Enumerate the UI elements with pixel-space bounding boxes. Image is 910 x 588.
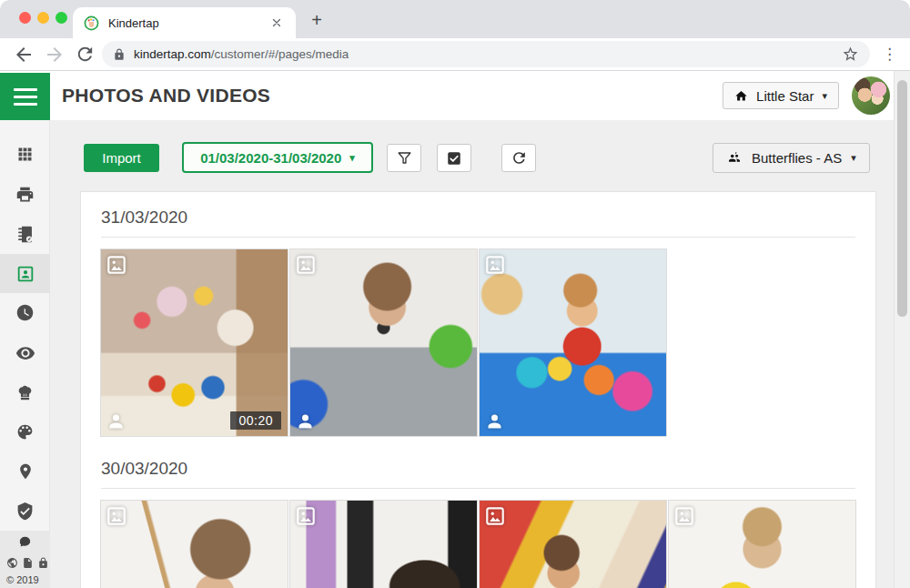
bookmark-star-icon[interactable]	[842, 46, 859, 63]
globe-icon[interactable]	[6, 557, 18, 569]
tagged-child-icon	[485, 411, 504, 431]
checkbox-icon	[446, 150, 462, 167]
new-tab-button[interactable]: +	[306, 9, 328, 31]
eye-icon	[15, 343, 35, 363]
section-divider	[101, 237, 855, 238]
chevron-down-icon: ▾	[822, 90, 827, 102]
scrollbar-thumb[interactable]	[897, 80, 907, 317]
browser-window: Kindertap + kindertap.com/customer/#/pag…	[0, 0, 910, 588]
group-selector-button[interactable]: Butterflies - AS ▾	[713, 143, 870, 173]
url-bar[interactable]: kindertap.com/customer/#/pages/media	[102, 41, 870, 67]
section-divider	[101, 488, 855, 489]
media-type-icon	[485, 255, 505, 275]
sidebar-item-media[interactable]	[0, 254, 50, 293]
sidebar-item-security[interactable]	[0, 492, 50, 531]
url-domain: kindertap.com	[134, 47, 211, 61]
browser-menu-icon[interactable]: ⋮	[882, 45, 897, 65]
map-pin-icon	[16, 462, 35, 481]
sidebar-footer: © 2019	[0, 531, 50, 588]
photo-thumbnail[interactable]	[290, 501, 477, 588]
lock-padlock-icon[interactable]	[37, 557, 49, 569]
photo-thumbnail[interactable]	[480, 249, 666, 436]
chat-bubble-icon[interactable]	[17, 534, 33, 550]
browser-tab-bar: Kindertap +	[0, 0, 910, 38]
date-range-label: 01/03/2020-31/03/2020	[200, 150, 341, 166]
video-duration-badge: 00:20	[230, 411, 281, 430]
photo-thumbnail[interactable]: 00:20	[101, 249, 288, 436]
tagged-child-icon	[296, 411, 315, 431]
chef-hat-icon	[15, 383, 35, 402]
section-date-heading: 30/03/2020	[101, 458, 855, 480]
sidebar-item-observations[interactable]	[0, 333, 50, 372]
section-date-heading: 31/03/2020	[101, 207, 855, 228]
chevron-down-icon: ▾	[349, 152, 355, 164]
close-window-button[interactable]	[19, 12, 31, 24]
site-selector-button[interactable]: Little Star ▾	[723, 82, 839, 109]
import-button[interactable]: Import	[84, 144, 159, 172]
app-area: PHOTOS AND VIDEOS Little Star ▾	[0, 71, 910, 588]
sidebar-item-location[interactable]	[0, 451, 50, 491]
sidebar-item-apps[interactable]	[0, 135, 50, 174]
media-date-section: 30/03/2020	[101, 458, 855, 588]
menu-toggle-button[interactable]	[0, 73, 50, 120]
tab-title: Kindertap	[108, 16, 268, 30]
grid-icon	[15, 145, 35, 164]
site-selector-label: Little Star	[756, 88, 814, 104]
chevron-down-icon: ▾	[851, 152, 856, 164]
palette-icon	[15, 422, 35, 441]
page-scrollbar	[894, 71, 910, 588]
photo-grid: 00:20	[101, 249, 855, 436]
clock-icon	[15, 303, 35, 322]
children-group-icon	[726, 150, 743, 167]
group-selector-label: Butterflies - AS	[752, 150, 842, 166]
home-icon	[734, 89, 748, 103]
document-icon[interactable]	[22, 557, 34, 569]
sidebar: © 2019	[0, 120, 50, 588]
media-type-icon	[296, 255, 316, 275]
tab-close-icon[interactable]	[268, 15, 285, 31]
copyright-text: © 2019	[6, 574, 39, 585]
media-type-icon	[106, 255, 126, 275]
sidebar-item-time[interactable]	[0, 293, 50, 332]
media-type-icon	[106, 506, 126, 526]
photo-thumbnail[interactable]	[290, 249, 477, 436]
filter-funnel-icon	[396, 149, 413, 167]
photo-thumbnail[interactable]	[101, 501, 288, 588]
sidebar-item-journal[interactable]	[0, 215, 50, 254]
select-mode-button[interactable]	[437, 144, 471, 172]
sidebar-item-activities[interactable]	[0, 412, 50, 451]
minimize-window-button[interactable]	[37, 12, 49, 24]
date-range-button[interactable]: 01/03/2020-31/03/2020 ▾	[182, 142, 373, 173]
media-card: 31/03/2020 00:20 30/03/2020	[80, 191, 876, 588]
lock-icon	[113, 48, 126, 61]
media-type-icon	[296, 506, 316, 526]
browser-tab[interactable]: Kindertap	[73, 7, 296, 38]
zoom-window-button[interactable]	[56, 12, 67, 24]
photo-thumbnail[interactable]	[669, 501, 855, 588]
url-path: /customer/#/pages/media	[211, 47, 349, 61]
refresh-button[interactable]	[501, 144, 536, 172]
main-content: Import 01/03/2020-31/03/2020 ▾ Butterfli…	[50, 120, 894, 588]
shield-check-icon	[15, 502, 35, 521]
forward-icon[interactable]	[44, 44, 66, 66]
refresh-icon	[511, 149, 528, 167]
media-date-section: 31/03/2020 00:20	[101, 207, 855, 436]
sidebar-item-print[interactable]	[0, 175, 50, 214]
user-avatar[interactable]	[852, 76, 890, 115]
photo-thumbnail[interactable]	[480, 501, 666, 588]
media-type-icon	[674, 506, 694, 526]
photos-icon	[15, 264, 35, 284]
printer-icon	[15, 185, 35, 204]
reload-icon[interactable]	[75, 44, 96, 66]
journal-icon	[15, 225, 35, 244]
filter-button[interactable]	[387, 144, 421, 172]
back-icon[interactable]	[13, 44, 35, 66]
page-title: PHOTOS AND VIDEOS	[62, 71, 270, 120]
media-type-icon	[485, 506, 505, 526]
browser-toolbar: kindertap.com/customer/#/pages/media ⋮	[0, 38, 910, 71]
sidebar-item-kitchen[interactable]	[0, 373, 50, 412]
tagged-child-icon	[106, 411, 126, 431]
photo-grid	[101, 501, 855, 588]
app-header: PHOTOS AND VIDEOS Little Star ▾	[0, 71, 894, 121]
media-sections: 31/03/2020 00:20 30/03/2020	[101, 207, 855, 588]
